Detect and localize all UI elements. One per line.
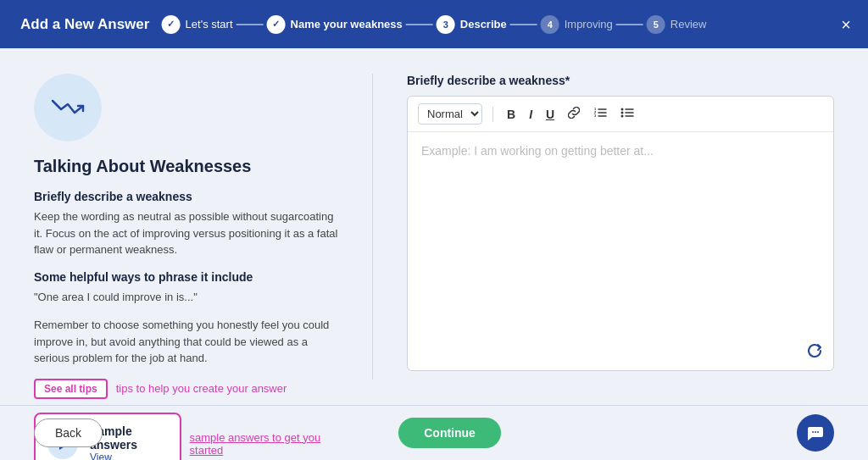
tips-link[interactable]: tips to help you create your answer xyxy=(116,382,287,395)
editor-container: Normal B I U 1 xyxy=(407,96,834,371)
continue-button[interactable]: Continue xyxy=(398,418,501,448)
editor-footer xyxy=(408,335,833,370)
step-circle-1: ✓ xyxy=(162,15,181,34)
refresh-icon xyxy=(806,342,823,359)
editor-placeholder: Example: I am working on getting better … xyxy=(421,144,654,158)
step-label-2: Name your weakness xyxy=(291,18,403,30)
step-line-3 xyxy=(510,24,537,25)
step-label-5: Review xyxy=(670,18,707,30)
svg-point-13 xyxy=(812,431,814,433)
link-icon xyxy=(568,107,580,119)
sample-view-link[interactable]: View xyxy=(90,452,168,461)
underline-button[interactable]: U xyxy=(542,106,558,123)
right-panel: Briefly describe a weakness* Normal B I … xyxy=(373,74,834,380)
editor-body[interactable]: Example: I am working on getting better … xyxy=(408,132,833,335)
section2-label: Some helpful ways to phrase it include xyxy=(34,270,338,284)
page-title: Add a New Answer xyxy=(20,16,149,33)
step-review: 5 Review xyxy=(647,15,707,34)
step-label-1: Let's start xyxy=(186,18,233,30)
weakness-trend-icon xyxy=(49,89,86,126)
step-lets-start: ✓ Let's start xyxy=(162,15,233,34)
step-line-2 xyxy=(406,24,433,25)
step-label-3: Describe xyxy=(460,18,507,30)
page-header: Add a New Answer ✓ Let's start ✓ Name yo… xyxy=(0,0,868,48)
ordered-list-button[interactable]: 1 2 3 xyxy=(590,105,610,123)
close-button[interactable]: × xyxy=(841,16,851,33)
step-improving: 4 Improving xyxy=(541,15,613,34)
svg-point-9 xyxy=(621,115,624,118)
editor-toolbar: Normal B I U 1 xyxy=(408,97,833,132)
section3-text: Remember to choose something you honestl… xyxy=(34,317,338,367)
step-describe: 3 Describe xyxy=(437,15,507,34)
svg-point-8 xyxy=(621,112,624,114)
sample-link[interactable]: sample answers to get you started xyxy=(190,431,338,457)
left-panel: Talking About Weaknesses Briefly describ… xyxy=(34,74,373,380)
see-all-tips-button[interactable]: See all tips xyxy=(34,379,108,399)
svg-point-15 xyxy=(817,431,819,433)
unordered-list-button[interactable] xyxy=(617,105,637,123)
back-button[interactable]: Back xyxy=(34,418,103,447)
main-content: Talking About Weaknesses Briefly describ… xyxy=(0,48,868,405)
step-line-4 xyxy=(616,24,643,25)
step-circle-3: 3 xyxy=(437,15,455,34)
chat-icon xyxy=(806,424,825,442)
step-circle-2: ✓ xyxy=(267,15,286,34)
svg-text:3: 3 xyxy=(594,114,597,118)
panel-title: Talking About Weaknesses xyxy=(34,157,338,176)
format-select[interactable]: Normal xyxy=(418,103,482,125)
icon-circle xyxy=(34,74,102,141)
step-circle-4: 4 xyxy=(541,15,559,34)
section2-quote: "One area I could improve in is..." xyxy=(34,289,338,306)
section1-label: Briefly describe a weakness xyxy=(34,190,338,203)
italic-button[interactable]: I xyxy=(526,106,536,123)
ordered-list-icon: 1 2 3 xyxy=(593,107,607,119)
step-label-4: Improving xyxy=(565,18,613,30)
bold-button[interactable]: B xyxy=(504,106,519,123)
step-circle-5: 5 xyxy=(647,15,665,34)
field-label: Briefly describe a weakness* xyxy=(407,74,834,87)
unordered-list-icon xyxy=(620,107,634,119)
step-line-1 xyxy=(236,24,264,25)
refresh-button[interactable] xyxy=(806,342,823,363)
svg-point-7 xyxy=(621,108,624,111)
toolbar-divider-1 xyxy=(492,107,493,122)
section1-text: Keep the wording as neutral as possible … xyxy=(34,208,338,258)
tips-row: See all tips tips to help you create you… xyxy=(34,379,338,399)
stepper: ✓ Let's start ✓ Name your weakness 3 Des… xyxy=(162,15,707,34)
step-name-weakness: ✓ Name your weakness xyxy=(267,15,403,34)
chat-button[interactable] xyxy=(797,414,834,452)
link-button[interactable] xyxy=(565,105,583,123)
svg-point-14 xyxy=(815,431,816,433)
